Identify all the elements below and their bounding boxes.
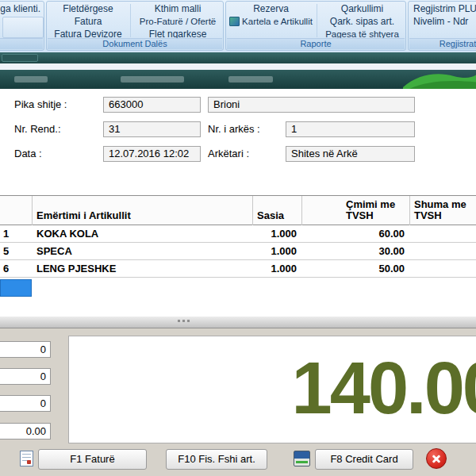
line-total: 30.00: [409, 243, 476, 260]
ribbon-group-raporte: Rezerva Kartela e Artikullit Qarkullimi …: [225, 1, 406, 51]
column-header-qty[interactable]: Sasia: [257, 210, 284, 221]
pos-window: ga klienti. Fletdërgese Fatura Fatura De…: [0, 0, 476, 476]
pika-shitje-label: Pika shitje :: [14, 97, 67, 113]
f10-fshi-artikull-button[interactable]: F10 Fis. Fshi art.: [166, 449, 267, 470]
article-name: SPECA: [32, 243, 252, 260]
amount-field-3[interactable]: 0: [0, 395, 51, 412]
table-row[interactable]: 6 LENG PJESHKE 1.000 50.00 50.00: [0, 260, 476, 278]
ribbon-button-fatura[interactable]: Fatura: [47, 16, 129, 28]
column-header-price[interactable]: Çmimi me TVSH: [346, 199, 409, 221]
teal-title-band: [0, 70, 476, 89]
article-card-icon: [229, 17, 240, 26]
green-swoosh-logo-icon: [403, 70, 476, 89]
column-header-total[interactable]: Shuma me TVSH: [414, 199, 471, 221]
splitter-grip-icon: [178, 320, 180, 322]
quantity: 1.000: [252, 243, 297, 260]
ribbon-button-qarkullimi[interactable]: Qarkullimi: [317, 3, 407, 15]
ribbon-button-kartela-label: Kartela e Artikullit: [242, 17, 313, 26]
row-number: 1: [0, 225, 32, 243]
row-number: 6: [0, 260, 32, 278]
ribbon-group-caption-regjistrat: Regjistrat: [409, 38, 476, 49]
ribbon-button-nivelim-ndrysho[interactable]: Nivelim - Ndr: [413, 16, 476, 28]
ribbon-button-blank[interactable]: [2, 17, 44, 38]
quantity: 1.000: [252, 225, 297, 243]
ribbon: ga klienti. Fletdërgese Fatura Fatura De…: [0, 0, 476, 53]
ribbon-button-rezerva[interactable]: Rezerva: [226, 3, 316, 15]
credit-card-terminal-icon: [294, 451, 310, 466]
nr-arkes-field[interactable]: 1: [286, 121, 415, 137]
ribbon-button-pagesa-nga-klienti[interactable]: ga klienti.: [0, 3, 40, 15]
ribbon-group-left-partial: ga klienti.: [0, 1, 44, 51]
selected-cell[interactable]: [0, 279, 32, 297]
pika-shitje-name-field[interactable]: Brioni: [208, 97, 415, 113]
ribbon-button-regjistrim-plu[interactable]: Regjistrim PLU: [413, 3, 476, 15]
amount-field-1[interactable]: 0: [0, 341, 51, 358]
article-name: LENG PJESHKE: [32, 260, 252, 278]
payment-panel: 0 0 0 0.00 140.00 F1 Faturë F10 Fis. Fsh…: [0, 328, 476, 476]
nr-rend-field[interactable]: 31: [103, 121, 201, 137]
sale-header-form: Pika shitje : 663000 Brioni Nr. Rend.: 3…: [0, 89, 476, 195]
teal-header-band: [0, 52, 476, 63]
light-strip: [0, 63, 476, 70]
table-row[interactable]: 1 KOKA KOLA 1.000 60.00 60.00: [0, 225, 476, 243]
nr-arkes-label: Nr. i arkës :: [208, 121, 260, 137]
row-number: 5: [0, 243, 32, 260]
ribbon-button-fletdergese[interactable]: Fletdërgese: [47, 3, 129, 15]
data-field[interactable]: 12.07.2016 12:02: [103, 146, 201, 162]
splitter-bar[interactable]: [0, 316, 476, 328]
arketari-field[interactable]: Shites në Arkë: [286, 146, 415, 162]
quantity: 1.000: [252, 260, 297, 278]
ribbon-button-pro-fature-oferte[interactable]: Pro-Faturë / Ofertë: [131, 16, 225, 28]
price: 60.00: [301, 225, 405, 243]
ribbon-button-kthim-malli[interactable]: Kthim malli: [131, 3, 225, 15]
band-text-blur: [228, 76, 273, 83]
article-name: KOKA KOLA: [32, 225, 252, 243]
table-row[interactable]: 5 SPECA 1.000 30.00 30.00: [0, 243, 476, 260]
price: 30.00: [301, 243, 405, 260]
nr-rend-label: Nr. Rend.:: [14, 121, 61, 137]
ribbon-group-caption-dokument-dales: Dokument Dalës: [48, 38, 222, 49]
table-header: Emërtimi i Artikullit Sasia Çmimi me TVS…: [0, 196, 476, 225]
ribbon-group-caption-left: [0, 38, 43, 49]
amount-field-4[interactable]: 0.00: [0, 423, 51, 440]
price: 50.00: [301, 260, 405, 278]
ribbon-button-qark-sipas-art[interactable]: Qark. sipas art.: [317, 16, 407, 28]
close-icon[interactable]: [426, 448, 447, 469]
ribbon-button-kartela-artikullit[interactable]: Kartela e Artikullit: [226, 16, 316, 28]
ribbon-group-regjistrat: Regjistrim PLU Nivelim - Ndr Regjistrat: [408, 1, 476, 51]
ribbon-group-caption-raporte: Raporte: [227, 38, 405, 49]
f8-credit-card-button[interactable]: F8 Credit Card: [315, 449, 413, 470]
f1-fature-button[interactable]: F1 Faturë: [38, 449, 147, 470]
band-text-blur: [14, 76, 48, 83]
line-total: 50.00: [409, 260, 476, 278]
grand-total-display: 140.00: [68, 336, 476, 443]
arketari-label: Arkëtari :: [208, 146, 249, 162]
band-text-blur: [121, 76, 184, 83]
ribbon-group-dokument-dales: Fletdërgese Fatura Fatura Devizore Kthim…: [46, 1, 224, 51]
invoice-document-icon: [20, 451, 33, 466]
column-header-article[interactable]: Emërtimi i Artikullit: [36, 210, 131, 221]
amount-field-2[interactable]: 0: [0, 368, 51, 385]
teal-tab-button[interactable]: [2, 54, 38, 62]
pika-shitje-code-field[interactable]: 663000: [103, 97, 201, 113]
data-label: Data :: [14, 146, 42, 162]
line-total: 60.00: [409, 225, 476, 243]
